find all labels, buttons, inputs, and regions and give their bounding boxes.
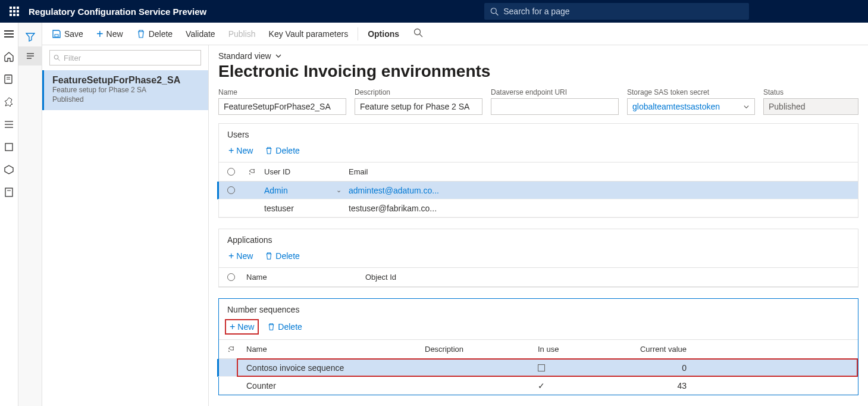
delete-button[interactable]: Delete (130, 23, 178, 45)
chevron-down-icon (743, 104, 750, 110)
numseq-delete-button[interactable]: Delete (264, 319, 305, 335)
nav-rail (0, 23, 18, 406)
separator (358, 27, 358, 40)
app-launcher[interactable] (0, 7, 29, 16)
users-header: Users (219, 124, 858, 144)
search-icon (54, 54, 61, 62)
save-icon (52, 29, 61, 39)
name-label: Name (218, 88, 346, 96)
sas-token-dropdown[interactable]: globalteamtestsastoken (627, 98, 755, 115)
recent-icon[interactable] (3, 73, 15, 85)
svg-point-15 (415, 29, 421, 35)
status-label: Status (763, 88, 858, 96)
page-title: Electronic Invoicing environments (218, 62, 858, 81)
validate-button[interactable]: Validate (180, 23, 221, 45)
dataverse-uri-label: Dataverse endpoint URI (491, 88, 619, 96)
trash-icon (265, 146, 273, 155)
svg-rect-8 (5, 143, 12, 151)
svg-point-0 (491, 8, 496, 13)
refresh-icon[interactable] (243, 168, 261, 176)
checkbox[interactable] (538, 364, 545, 371)
funnel-icon[interactable] (18, 27, 42, 46)
module-icon-2[interactable] (3, 164, 15, 176)
applications-section: Applications +New Delete Name Object Id (218, 229, 858, 288)
svg-rect-9 (5, 188, 12, 196)
numseq-row[interactable]: Counter ✓ 43 (219, 377, 858, 395)
currentvalue-header[interactable]: Current value (618, 345, 695, 354)
description-field[interactable] (355, 98, 482, 115)
filter-box[interactable] (49, 50, 201, 65)
global-search[interactable] (484, 3, 749, 20)
seqname-header[interactable]: Name (243, 345, 421, 354)
appname-header[interactable]: Name (243, 273, 362, 282)
userid-header[interactable]: User ID (261, 167, 345, 176)
record-status: Published (52, 95, 200, 105)
module-icon-3[interactable] (3, 186, 15, 198)
waffle-icon (10, 7, 19, 16)
users-delete-button[interactable]: Delete (261, 144, 303, 157)
record-subtitle: Feature setup for Phase 2 SA (52, 86, 200, 95)
command-bar: Save + New Delete Validate Publish Key V… (42, 23, 868, 45)
svg-rect-14 (55, 35, 58, 37)
number-sequences-section: Number sequences +New Delete Name Descri… (218, 298, 858, 395)
module-icon-1[interactable] (3, 141, 15, 153)
apps-new-button[interactable]: +New (225, 249, 256, 263)
chevron-down-icon[interactable]: ⌄ (336, 186, 345, 194)
svg-line-18 (58, 58, 59, 60)
dataverse-uri-field[interactable] (491, 98, 619, 115)
new-button[interactable]: + New (90, 23, 129, 45)
numseq-row[interactable]: Contoso invoice sequence 0 (217, 359, 858, 377)
top-navbar: Regulatory Configuration Service Preview (0, 0, 868, 23)
view-selector[interactable]: Standard view (218, 51, 858, 61)
svg-line-16 (420, 34, 423, 37)
applications-header: Applications (219, 229, 858, 249)
sas-token-label: Storage SAS token secret (627, 88, 755, 96)
user-row[interactable]: testuser testuser@fabrikam.co... (219, 199, 858, 217)
plus-icon: + (96, 28, 104, 40)
trash-icon (136, 29, 146, 39)
numseq-new-button[interactable]: +New (225, 319, 259, 335)
filter-rail (18, 23, 42, 406)
user-row[interactable]: Admin⌄ admintest@adatum.co... (217, 182, 858, 199)
list-toggle-icon[interactable] (18, 46, 42, 65)
numseq-header: Number sequences (219, 299, 858, 319)
objectid-header[interactable]: Object Id (362, 273, 858, 282)
svg-line-1 (496, 13, 498, 15)
publish-button: Publish (223, 23, 262, 45)
global-search-input[interactable] (503, 7, 743, 16)
hamburger-icon[interactable] (3, 28, 15, 40)
inuse-header[interactable]: In use (534, 345, 618, 354)
trash-icon (267, 323, 275, 331)
home-icon[interactable] (3, 51, 15, 63)
page-search-button[interactable] (406, 28, 430, 40)
checkmark-icon: ✓ (538, 381, 545, 391)
refresh-icon[interactable] (219, 345, 243, 353)
search-icon (413, 28, 423, 38)
apps-delete-button[interactable]: Delete (261, 249, 303, 263)
list-icon[interactable] (3, 118, 15, 130)
email-header[interactable]: Email (345, 167, 858, 176)
chevron-down-icon (275, 52, 282, 60)
record-list-item[interactable]: FeatureSetupForPhase2_SA Feature setup f… (42, 70, 208, 110)
options-button[interactable]: Options (362, 23, 405, 45)
app-title: Regulatory Configuration Service Preview (29, 7, 206, 17)
keyvault-button[interactable]: Key Vault parameters (263, 23, 355, 45)
name-field[interactable] (218, 98, 346, 115)
save-button[interactable]: Save (46, 23, 89, 45)
select-all-radio[interactable] (227, 168, 235, 176)
record-title: FeatureSetupForPhase2_SA (52, 75, 200, 86)
svg-point-17 (54, 55, 58, 59)
pin-icon[interactable] (3, 96, 15, 108)
seqdesc-header[interactable]: Description (421, 345, 534, 354)
description-label: Description (355, 88, 482, 96)
row-radio[interactable] (227, 186, 235, 194)
record-list-panel: FeatureSetupForPhase2_SA Feature setup f… (42, 45, 209, 406)
trash-icon (265, 252, 273, 260)
search-icon (490, 7, 499, 16)
status-field: Published (763, 98, 858, 115)
filter-input[interactable] (64, 54, 197, 63)
users-section: Users +New Delete User ID Email (218, 123, 858, 218)
users-new-button[interactable]: +New (225, 144, 256, 157)
select-all-radio[interactable] (227, 273, 235, 281)
main-form: Standard view Electronic Invoicing envir… (209, 45, 868, 406)
